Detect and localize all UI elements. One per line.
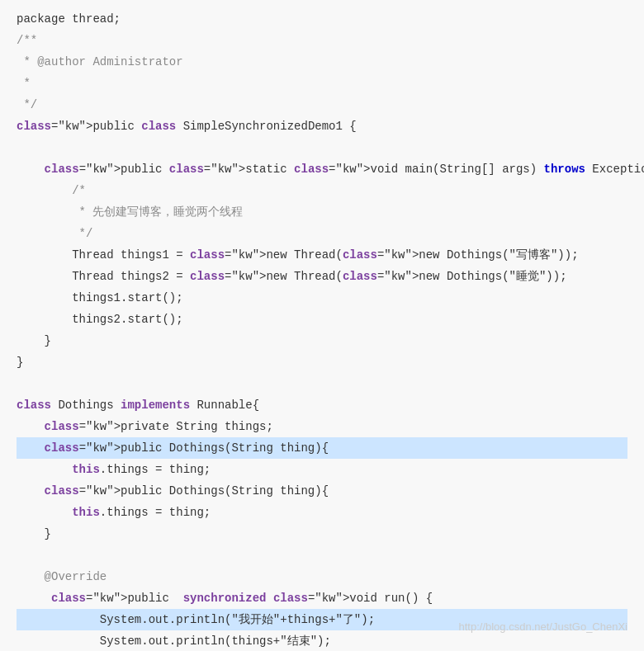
code-line: class="kw">public synchronized class="kw…: [17, 587, 627, 609]
code-line: [17, 545, 627, 566]
code-line: class="kw">public Dothings(String thing)…: [17, 480, 627, 502]
code-viewer: package thread;/** * @author Administrat…: [0, 0, 644, 651]
code-line: class="kw">public class="kw">static clas…: [17, 158, 627, 180]
code-line: [17, 373, 627, 394]
code-line: class="kw">private String things;: [17, 416, 627, 437]
code-lines: package thread;/** * @author Administrat…: [17, 8, 627, 651]
code-line: [17, 137, 627, 158]
code-line: this.things = thing;: [17, 459, 627, 480]
code-line: * 先创建写博客，睡觉两个线程: [17, 201, 627, 223]
code-line: * @author Administrator: [17, 51, 627, 73]
code-line: }: [17, 523, 627, 545]
code-line: @Override: [17, 566, 627, 587]
code-line: this.things = thing;: [17, 502, 627, 523]
code-line: */: [17, 223, 627, 244]
code-line: Thread things2 = class="kw">new Thread(c…: [17, 266, 627, 287]
watermark: http://blog.csdn.net/JustGo_ChenXi: [458, 618, 627, 636]
code-line: /*: [17, 180, 627, 201]
code-line: class Dothings implements Runnable{: [17, 394, 627, 416]
code-line: */: [17, 94, 627, 116]
code-line: class="kw">public class SimpleSynchroniz…: [17, 116, 627, 137]
code-line: }: [17, 351, 627, 373]
code-line: package thread;: [17, 8, 627, 30]
code-line: things2.start();: [17, 309, 627, 330]
code-line: Thread things1 = class="kw">new Thread(c…: [17, 244, 627, 266]
code-line: /**: [17, 30, 627, 51]
code-line: things1.start();: [17, 287, 627, 309]
code-line: class="kw">public Dothings(String thing)…: [17, 437, 627, 459]
code-line: }: [17, 330, 627, 351]
code-line: *: [17, 73, 627, 94]
